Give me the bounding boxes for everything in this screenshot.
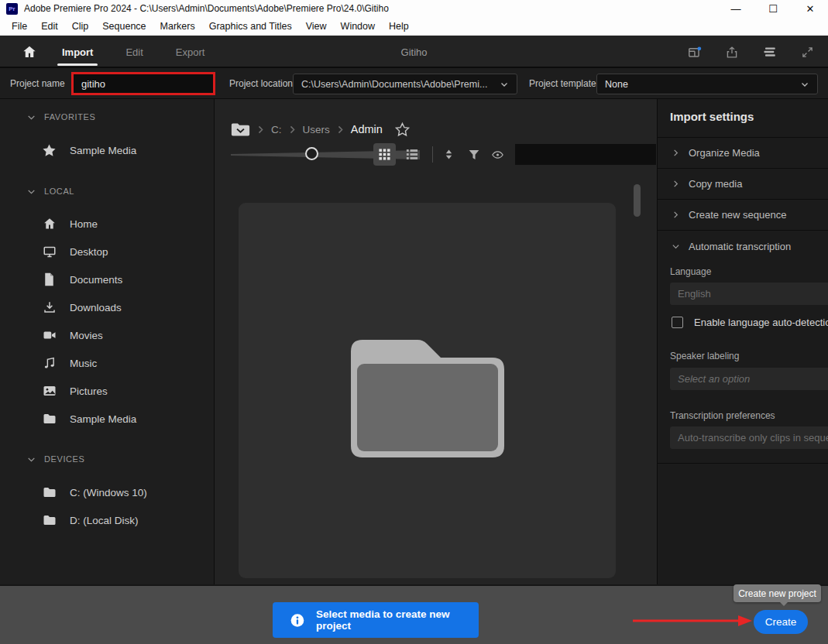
language-label: Language: [670, 266, 711, 277]
import-settings-title: Import settings: [670, 110, 754, 123]
toolbar-divider: [432, 146, 433, 163]
tab-import[interactable]: Import: [60, 38, 94, 67]
close-button[interactable]: ✕: [805, 4, 816, 14]
content-area: FAVORITES Sample Media LOCAL Home: [0, 99, 828, 584]
project-template-dropdown[interactable]: None: [596, 74, 818, 94]
sort-icon: [443, 148, 455, 161]
download-icon: [42, 300, 57, 314]
menu-help[interactable]: Help: [382, 19, 416, 34]
auto-detect-label: Enable language auto-detection: [694, 317, 828, 328]
scrollbar-thumb[interactable]: [634, 184, 641, 217]
grid-view-button[interactable]: [373, 143, 396, 166]
grid-view-icon: [378, 148, 391, 161]
create-tooltip: Create new project: [734, 584, 821, 602]
sidebar-item-documents[interactable]: Documents: [42, 269, 122, 290]
chevron-right-icon: [257, 125, 264, 134]
music-note-icon: [42, 356, 57, 370]
tab-export[interactable]: Export: [174, 38, 207, 67]
list-view-button[interactable]: [400, 143, 423, 166]
sidebar-item-pictures[interactable]: Pictures: [42, 380, 108, 402]
select-media-banner: Select media to create new project: [273, 602, 479, 638]
minimize-button[interactable]: —: [730, 4, 741, 14]
breadcrumb-folder[interactable]: Users: [303, 124, 330, 135]
info-icon: [290, 612, 305, 629]
monitor-icon: [42, 245, 57, 259]
chevron-right-icon: [289, 125, 296, 134]
section-copy-media[interactable]: Copy media: [658, 169, 828, 200]
chevron-down-icon: [672, 242, 680, 251]
folder-icon: [42, 514, 57, 526]
section-automatic-transcription[interactable]: Automatic transcription: [658, 231, 828, 262]
select-media-text: Select media to create new project: [316, 608, 479, 632]
sidebar-item-sample-media-favorite[interactable]: Sample Media: [42, 139, 136, 161]
breadcrumb-folder-icon[interactable]: [231, 122, 250, 138]
breadcrumb-current[interactable]: Admin: [351, 123, 383, 135]
folder-icon: [42, 486, 57, 498]
video-camera-icon: [42, 328, 57, 342]
sidebar-item-home[interactable]: Home: [42, 213, 98, 235]
workspace-notification-icon[interactable]: [687, 45, 702, 60]
chevron-right-icon: [672, 211, 680, 219]
tab-edit[interactable]: Edit: [124, 38, 144, 67]
share-icon[interactable]: [725, 45, 739, 60]
sidebar-section-local[interactable]: LOCAL: [26, 182, 74, 200]
preview-visibility-button[interactable]: [486, 143, 509, 166]
menu-file[interactable]: File: [5, 19, 34, 34]
menu-markers[interactable]: Markers: [153, 19, 202, 34]
project-location-dropdown[interactable]: C:\Users\Admin\Documents\Adobe\Premi...: [293, 74, 517, 94]
filter-button[interactable]: [462, 143, 485, 166]
slider-knob[interactable]: [305, 147, 318, 160]
sort-button[interactable]: [438, 143, 460, 166]
filter-icon: [468, 149, 480, 161]
menu-graphics-and-titles[interactable]: Graphics and Titles: [202, 19, 299, 34]
maximize-button[interactable]: ☐: [768, 4, 778, 14]
language-select[interactable]: English: [670, 283, 828, 305]
sidebar-section-devices[interactable]: DEVICES: [26, 450, 85, 468]
project-template-label: Project template: [529, 78, 596, 89]
breadcrumb-drive[interactable]: C:: [271, 124, 282, 135]
sidebar-item-sample-media-folder[interactable]: Sample Media: [42, 408, 136, 430]
search-box[interactable]: [515, 144, 656, 165]
media-browser: C: Users Admin: [215, 99, 657, 584]
section-organize-media[interactable]: Organize Media: [658, 138, 828, 169]
sidebar-item-movies[interactable]: Movies: [42, 324, 103, 346]
auto-detect-row[interactable]: Enable language auto-detection: [672, 317, 828, 328]
fullscreen-icon[interactable]: [801, 46, 814, 59]
sidebar-item-drive-d[interactable]: D: (Local Disk): [42, 509, 139, 531]
project-name-input[interactable]: [71, 72, 215, 95]
import-settings-panel: Import settings Organize Media Copy medi…: [657, 99, 828, 584]
sidebar-item-desktop[interactable]: Desktop: [42, 241, 108, 262]
chevron-down-icon: [26, 187, 36, 197]
sidebar-item-downloads[interactable]: Downloads: [42, 296, 122, 318]
menu-sequence[interactable]: Sequence: [95, 19, 153, 34]
workspaces-icon[interactable]: [762, 45, 778, 59]
empty-folder-icon: [345, 319, 510, 463]
transcription-preferences-select[interactable]: Auto-transcribe only clips in sequenc: [670, 426, 828, 449]
menu-clip[interactable]: Clip: [65, 19, 96, 34]
menu-view[interactable]: View: [299, 19, 334, 34]
sidebar-item-music[interactable]: Music: [42, 352, 97, 374]
project-settings-bar: Project name Project location C:\Users\A…: [0, 68, 828, 99]
folder-icon: [42, 413, 57, 425]
auto-detect-checkbox[interactable]: [672, 317, 683, 328]
speaker-labeling-label: Speaker labeling: [670, 351, 739, 361]
sidebar-section-favorites[interactable]: FAVORITES: [26, 108, 95, 126]
speaker-labeling-select[interactable]: Select an option: [670, 368, 828, 390]
chevron-right-icon: [672, 149, 680, 157]
sidebar-item-drive-c[interactable]: C: (Windows 10): [42, 481, 147, 503]
footer-bar: Select media to create new project Creat…: [0, 584, 828, 644]
project-location-value: C:\Users\Admin\Documents\Adobe\Premi...: [301, 79, 500, 90]
menu-window[interactable]: Window: [334, 19, 382, 34]
home-icon[interactable]: [22, 44, 37, 60]
eye-icon: [490, 149, 505, 161]
header-action-icons: [687, 36, 814, 68]
section-create-new-sequence[interactable]: Create new sequence: [658, 200, 828, 231]
menu-edit[interactable]: Edit: [34, 19, 65, 34]
premiere-app-icon: Pr: [6, 3, 18, 15]
favorite-star-icon[interactable]: [394, 122, 411, 138]
create-button[interactable]: Create: [754, 610, 808, 634]
menu-bar: File Edit Clip Sequence Markers Graphics…: [0, 17, 828, 36]
empty-folder-panel: [239, 203, 616, 578]
search-input[interactable]: [527, 149, 663, 160]
mode-tabs: Import Edit Export: [60, 36, 206, 68]
